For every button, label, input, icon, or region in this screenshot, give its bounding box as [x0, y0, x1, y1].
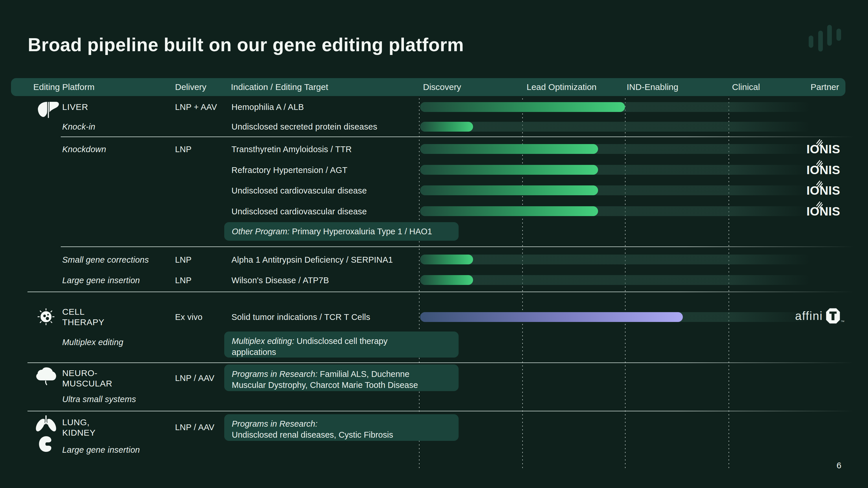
- col-indication: Indication / Editing Target: [231, 78, 328, 96]
- stage-track: [420, 255, 810, 264]
- indication-value: Undisclosed secreted protein diseases: [231, 122, 377, 132]
- indication-value: Undisclosed cardiovascular disease: [231, 186, 367, 196]
- other-program-label: Other Program:: [232, 227, 290, 236]
- research-box-label: Programs in Research:: [232, 369, 318, 379]
- indication-value: Transthyretin Amyloidosis / TTR: [231, 144, 352, 155]
- subtype-multiplex-editing: Multiplex editing: [62, 337, 123, 348]
- row-divider: [61, 247, 862, 247]
- indication-value: Undisclosed cardiovascular disease: [231, 206, 367, 217]
- logo-bar: [836, 29, 841, 41]
- delivery-value: LNP / AAV: [175, 422, 214, 432]
- stage-track: [420, 122, 810, 132]
- ionis-feather-icon: [816, 139, 823, 147]
- neuromuscular-research-box: Programs in Research: Familial ALS, Duch…: [224, 364, 459, 391]
- progress-bar: [420, 255, 473, 264]
- logo-bar: [827, 25, 832, 46]
- progress-bar: [420, 275, 473, 285]
- kidney-icon: [38, 436, 53, 454]
- section-cell-therapy: CELL THERAPY: [62, 306, 104, 327]
- progress-bar: [420, 122, 473, 132]
- ionis-feather-icon: [816, 160, 823, 167]
- logo-bar: [809, 36, 813, 48]
- section-divider: [28, 292, 862, 292]
- delivery-value: LNP / AAV: [175, 373, 214, 383]
- ionis-logo: IONIS: [800, 143, 840, 155]
- subtype-knockdown: Knockdown: [62, 144, 106, 155]
- section-divider: [28, 362, 862, 363]
- delivery-value: LNP: [175, 275, 191, 286]
- page-title: Broad pipeline built on our gene editing…: [28, 34, 464, 56]
- progress-bar: [420, 144, 598, 154]
- indication-value: Hemophilia A / ALB: [231, 102, 304, 112]
- multiplex-editing-box: Multiplex editing: Undisclosed cell ther…: [224, 331, 459, 358]
- col-lead-optimization: Lead Optimization: [527, 78, 597, 96]
- row-divider: [61, 136, 862, 137]
- col-partner: Partner: [811, 78, 839, 96]
- section-neuromuscular: NEURO- MUSCULAR: [62, 368, 112, 389]
- cell-icon: [36, 306, 56, 328]
- research-box-text: Undisclosed renal diseases, Cystic Fibro…: [232, 430, 393, 440]
- indication-value: Alpha 1 Antitrypsin Deficiency / SERPINA…: [231, 255, 393, 265]
- subtype-large-gene-insertion: Large gene insertion: [62, 275, 140, 286]
- section-liver: LIVER: [62, 102, 88, 112]
- delivery-value: LNP: [175, 144, 191, 155]
- indication-value: Wilson's Disease / ATP7B: [231, 275, 329, 286]
- page-number: 6: [836, 460, 841, 470]
- affini-t-badge-icon: [826, 308, 840, 324]
- liver-icon: [37, 101, 60, 120]
- affini-logo-text: affini: [795, 310, 823, 323]
- affini-t-logo: affini ™: [795, 308, 844, 324]
- progress-bar-cell-therapy: [420, 312, 683, 322]
- ionis-feather-icon: [816, 201, 823, 208]
- delivery-value: LNP: [175, 255, 191, 265]
- ionis-logo-text: IONIS: [806, 184, 840, 197]
- lungs-icon: [35, 415, 57, 436]
- progress-bar: [420, 186, 598, 195]
- delivery-value: Ex vivo: [175, 312, 203, 322]
- section-lung-kidney: LUNG, KIDNEY: [62, 417, 95, 438]
- col-discovery: Discovery: [423, 78, 461, 96]
- ionis-logo-text: IONIS: [806, 142, 840, 156]
- brain-icon: [36, 367, 57, 387]
- indication-value: Refractory Hypertension / AGT: [231, 165, 347, 175]
- trademark-symbol: ™: [841, 320, 844, 324]
- multiplex-box-label: Multiplex editing:: [232, 336, 294, 346]
- stage-track: [420, 275, 810, 285]
- subtype-large-gene-insertion-2: Large gene insertion: [62, 445, 140, 455]
- subtype-ultra-small-systems: Ultra small systems: [62, 394, 136, 404]
- other-program-box: Other Program: Primary Hyperoxaluria Typ…: [224, 222, 459, 241]
- subtype-knock-in: Knock-in: [62, 122, 95, 132]
- research-box-label: Programs in Research:: [232, 418, 451, 429]
- ionis-logo: IONIS: [800, 205, 840, 218]
- progress-bar: [420, 165, 598, 175]
- col-clinical: Clinical: [732, 78, 760, 96]
- section-divider: [28, 411, 862, 411]
- other-program-text: Primary Hyperoxaluria Type 1 / HAO1: [290, 227, 432, 236]
- subtype-small-gene-corrections: Small gene corrections: [62, 255, 149, 265]
- ionis-logo-text: IONIS: [806, 204, 840, 218]
- logo-bar: [818, 31, 823, 52]
- pipeline-slide: Broad pipeline built on our gene editing…: [0, 0, 868, 488]
- ionis-logo: IONIS: [800, 164, 840, 176]
- ionis-logo-text: IONIS: [806, 163, 840, 177]
- delivery-value: LNP + AAV: [175, 102, 217, 112]
- indication-value: Solid tumor indications / TCR T Cells: [231, 312, 370, 322]
- progress-bar: [420, 206, 598, 216]
- ionis-logo: IONIS: [800, 185, 840, 197]
- col-ind-enabling: IND-Enabling: [627, 78, 678, 96]
- column-header-bar: Editing Platform Delivery Indication / E…: [11, 78, 845, 96]
- col-delivery: Delivery: [175, 78, 206, 96]
- ionis-feather-icon: [816, 180, 823, 188]
- lung-kidney-research-box: Programs in Research: Undisclosed renal …: [224, 414, 459, 441]
- progress-bar: [420, 102, 625, 112]
- col-editing-platform: Editing Platform: [33, 78, 95, 96]
